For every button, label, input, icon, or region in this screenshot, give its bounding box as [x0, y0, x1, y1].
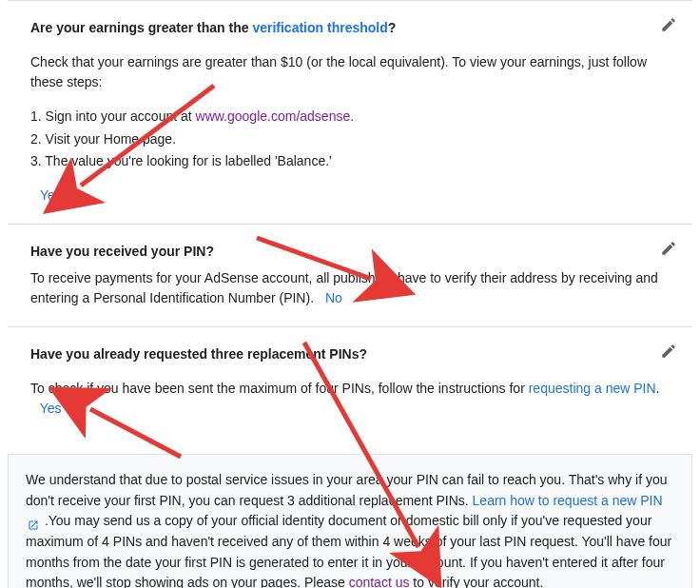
desc-text: . — [656, 381, 660, 396]
external-link-icon — [28, 517, 39, 528]
info-text: to verify your account. — [409, 575, 543, 588]
answer-no[interactable]: No — [325, 290, 342, 305]
section-title: Have you received your PIN? — [30, 242, 670, 263]
section-earnings-threshold: Are your earnings greater than the verif… — [8, 0, 692, 225]
answer-yes[interactable]: Yes — [40, 401, 62, 416]
title-text: ? — [388, 20, 397, 35]
verification-threshold-link[interactable]: verification threshold — [252, 20, 387, 35]
step-1: 1. Sign into your account at www.google.… — [30, 107, 670, 127]
pencil-icon[interactable] — [660, 16, 677, 33]
section-description: Check that your earnings are greater tha… — [30, 52, 670, 93]
pencil-icon[interactable] — [660, 343, 677, 360]
section-description: To check if you have been sent the maxim… — [30, 379, 670, 420]
step-text: . — [350, 108, 354, 124]
learn-request-pin-link[interactable]: Learn how to request a new PIN — [473, 493, 663, 508]
section-received-pin: Have you received your PIN? To receive p… — [8, 225, 692, 327]
answer-yes[interactable]: Yes — [40, 186, 62, 206]
section-description: To receive payments for your AdSense acc… — [30, 268, 670, 309]
title-text: Are your earnings greater than the — [30, 20, 252, 35]
section-title: Have you already requested three replace… — [30, 344, 670, 365]
pencil-icon[interactable] — [660, 240, 677, 257]
section-replacement-pins: Have you already requested three replace… — [8, 327, 692, 437]
section-title: Are your earnings greater than the verif… — [30, 18, 670, 39]
step-text: 1. Sign into your account at — [30, 108, 196, 124]
desc-text: To receive payments for your AdSense acc… — [30, 270, 658, 306]
answer-row: Yes — [30, 186, 670, 206]
contact-us-link[interactable]: contact us — [349, 575, 410, 588]
adsense-url-link[interactable]: www.google.com/adsense — [196, 108, 351, 124]
requesting-new-pin-link[interactable]: requesting a new PIN — [529, 381, 656, 396]
desc-text: To check if you have been sent the maxim… — [30, 381, 529, 396]
steps-list: 1. Sign into your account at www.google.… — [30, 107, 670, 172]
step-2: 2. Visit your Home page. — [30, 129, 670, 150]
step-3: 3. The value you're looking for is label… — [30, 151, 670, 172]
info-box: We understand that due to postal service… — [8, 454, 692, 588]
